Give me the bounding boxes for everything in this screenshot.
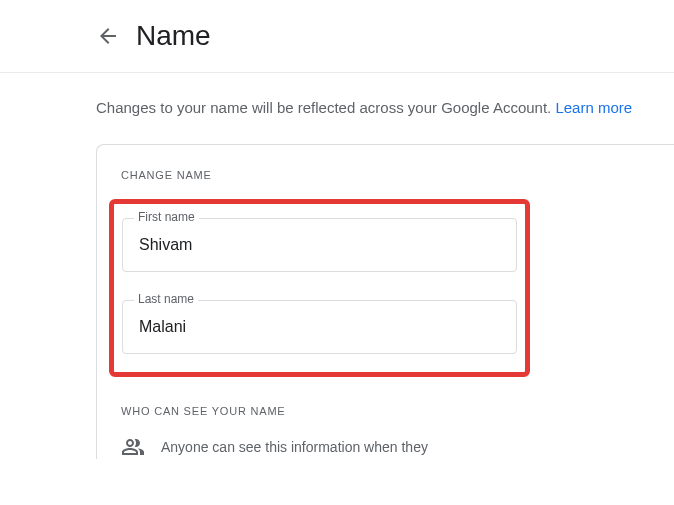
last-name-input[interactable] bbox=[122, 300, 517, 354]
back-arrow-icon[interactable] bbox=[96, 24, 120, 48]
name-card: CHANGE NAME First name Last name WHO CAN… bbox=[96, 144, 674, 459]
first-name-input[interactable] bbox=[122, 218, 517, 272]
main-content: Changes to your name will be reflected a… bbox=[0, 73, 674, 459]
visibility-label: WHO CAN SEE YOUR NAME bbox=[121, 405, 650, 417]
description-body: Changes to your name will be reflected a… bbox=[96, 99, 555, 116]
first-name-field-wrapper: First name bbox=[122, 218, 517, 272]
learn-more-link[interactable]: Learn more bbox=[555, 99, 632, 116]
last-name-field-wrapper: Last name bbox=[122, 300, 517, 354]
people-icon bbox=[121, 435, 145, 459]
last-name-label: Last name bbox=[134, 292, 198, 306]
change-name-label: CHANGE NAME bbox=[121, 169, 650, 181]
first-name-label: First name bbox=[134, 210, 199, 224]
visibility-text: Anyone can see this information when the… bbox=[161, 439, 428, 455]
page-header: Name bbox=[0, 0, 674, 73]
visibility-row: Anyone can see this information when the… bbox=[121, 435, 650, 459]
description-text: Changes to your name will be reflected a… bbox=[96, 97, 646, 120]
highlight-box: First name Last name bbox=[109, 199, 530, 377]
page-title: Name bbox=[136, 20, 211, 52]
